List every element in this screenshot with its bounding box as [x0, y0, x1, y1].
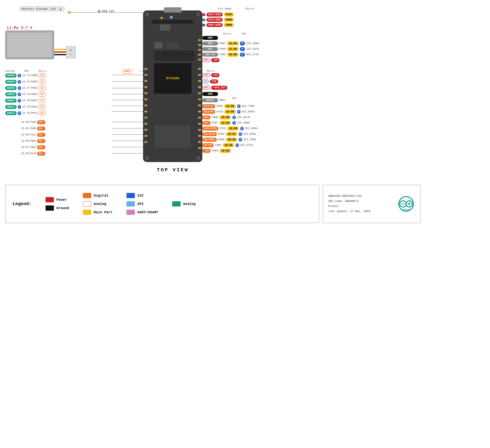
wire-red [54, 51, 67, 53]
legend-ground: Ground [45, 205, 69, 211]
i2c-header: Micro HDC [223, 32, 246, 35]
pin-intcs-func-label: SCI_CTS4 [246, 53, 259, 56]
pin-pad-rt2 [198, 44, 201, 46]
legend-digital: Digital [83, 193, 113, 198]
pin-d5-micro: P210 [30, 152, 36, 155]
rgb-led-dot [98, 10, 100, 13]
arduino-logo: ARDUINO [397, 195, 415, 212]
pin-an006: AN006 D J2-73 P006 A0 [5, 73, 46, 78]
pin-d14-name: D14/TX [202, 104, 215, 108]
usb-connector [164, 7, 181, 13]
led-dot-g [202, 18, 205, 21]
pin-an013: AN013 D J2-76 P015 A5 [5, 105, 46, 109]
arduino-type: Pinout [328, 204, 370, 209]
pin-aref-name: AREF [122, 69, 132, 74]
pin-5v-out-badge: OUT [202, 58, 210, 62]
pin-an004: AN004 D J2-77 P004 A2 [5, 86, 46, 90]
pin-d12-micro: P408 [212, 116, 218, 119]
pin-d2-micro: P111 [30, 133, 36, 136]
pin-d8-micro: P900 [218, 138, 225, 141]
pin-d34: D34/LEDR P107 [202, 13, 234, 17]
pin-an002-analog: AN002 [5, 92, 17, 96]
pin-intcs-micro: P402 [219, 53, 226, 56]
pin-d7-hdc: J2-35 [223, 143, 234, 147]
chip-label: R7FA6M5 [166, 77, 179, 80]
legend-analog-green: Analog [172, 201, 196, 206]
legend-ground-label: Ground [56, 206, 69, 210]
battery-connector: + − [66, 46, 76, 58]
pin-d13-name: D13/RX [202, 110, 215, 114]
right-micro-header: Micro [207, 70, 215, 73]
pin-pad-r12 [198, 135, 201, 137]
pin-an004-pin: A2 [38, 86, 46, 90]
pin-an002: AN002 D J2-79 P002 A3 [5, 92, 46, 97]
pin-pad-r5 [198, 92, 201, 94]
pin-scl-hdc: J1-46 [227, 47, 238, 51]
legend-power-swatch [45, 197, 54, 202]
pin-an004-micro: P004 [31, 87, 37, 90]
pin-d5: J2-60 P210 D5~ [21, 152, 45, 156]
pin-d35-name: D35/LEDG [207, 18, 223, 22]
pin-sda-func-label: IIC_SDA0 [246, 42, 259, 45]
legend-main-part-label: Main Part [94, 210, 113, 214]
rgb-led-label: RGB LED [98, 9, 114, 13]
pin-pad-r6 [198, 98, 201, 100]
legend-i2c-label: I2C [137, 194, 144, 198]
pin-pad-l3 [144, 80, 147, 82]
pin-d1-pin: D1~ [37, 127, 45, 130]
pin-d14: D14/TX P602 J1-33 D SCI_TXD9 [202, 104, 254, 108]
component-1 [154, 42, 163, 49]
pin-d14-hdc: J1-33 [224, 104, 236, 108]
pin-d14-micro: P602 [217, 105, 223, 108]
pin-d36-micro: P800 [224, 23, 234, 27]
legend-uart: UART/USART [126, 210, 158, 215]
component-2 [166, 42, 180, 49]
main-container: { "title": "Arduino Portenta C33 Pinout"… [0, 0, 490, 448]
board-rgb-led [170, 16, 173, 19]
pin-an005-d: D [18, 80, 21, 84]
pin-pad-l8 [144, 111, 147, 112]
pin-d8-name: D8/COPI [202, 138, 217, 142]
legend-col-3: I2C SPI UART/USART [126, 193, 158, 215]
pin-d0-pin: D0~ [37, 120, 45, 124]
pin-d8-func: SCI_TXD4 [244, 138, 256, 141]
pin-pad-r13 [198, 141, 201, 143]
pin-d2-hdc: J2-63 [21, 133, 29, 136]
pin-d5-pin: D5~ [37, 152, 45, 156]
pin-pad-r1 [198, 68, 201, 70]
pin-an001-micro: P001 [31, 99, 37, 102]
corner-tl [145, 13, 149, 16]
board-batt-led [160, 17, 163, 19]
pin-an012-d: D [18, 111, 21, 115]
pin-gnd-right-name: GND [202, 92, 218, 96]
pin-an012-pin: A6 [38, 111, 46, 116]
pin-an006-micro: P006 [31, 74, 37, 77]
pin-d9: D9/SCLK P204 J2-37 D SCI_SCK4 [202, 132, 256, 136]
pin-pad-rt4 [198, 54, 201, 56]
pin-an002-pin: A3 [38, 92, 46, 97]
pin-pad-l13 [144, 141, 147, 143]
pin-an013-d: D [18, 105, 21, 109]
pin-d0-hdc: J2-59 [21, 121, 29, 124]
pin-d6-name: ~D6 [202, 149, 210, 153]
pin-d1: J2-61 P106 D1~ [21, 127, 45, 130]
legend-analog-swatch [83, 201, 91, 206]
pin-pad-l7 [144, 105, 147, 106]
pin-pad-l4 [144, 86, 147, 88]
pin-d12-name: D12 [202, 115, 210, 119]
pin-gnd-name: GND [202, 36, 218, 40]
pin-d6: ~D6 P601 J2-62 [202, 149, 231, 153]
pin-d13-func: SCI_RXD9 [242, 110, 254, 113]
pin-d4: J2-67 P401 D4~ [21, 145, 45, 149]
pin-pad-r4 [198, 86, 201, 88]
legend-main-part-swatch [83, 210, 91, 215]
legend-spi-swatch [126, 201, 135, 206]
pin-an004-hdc: J2-77 [22, 87, 30, 90]
pin-d7-micro: P402 [215, 144, 221, 147]
pin-pad-r11 [198, 129, 201, 131]
corner-tr [196, 13, 200, 16]
arduino-logo-svg: ARDUINO [398, 196, 414, 212]
pin-d12-d: D [232, 116, 236, 119]
pin-d0-micro: P105 [30, 121, 36, 124]
pin-scl-name: SCL [202, 47, 218, 51]
